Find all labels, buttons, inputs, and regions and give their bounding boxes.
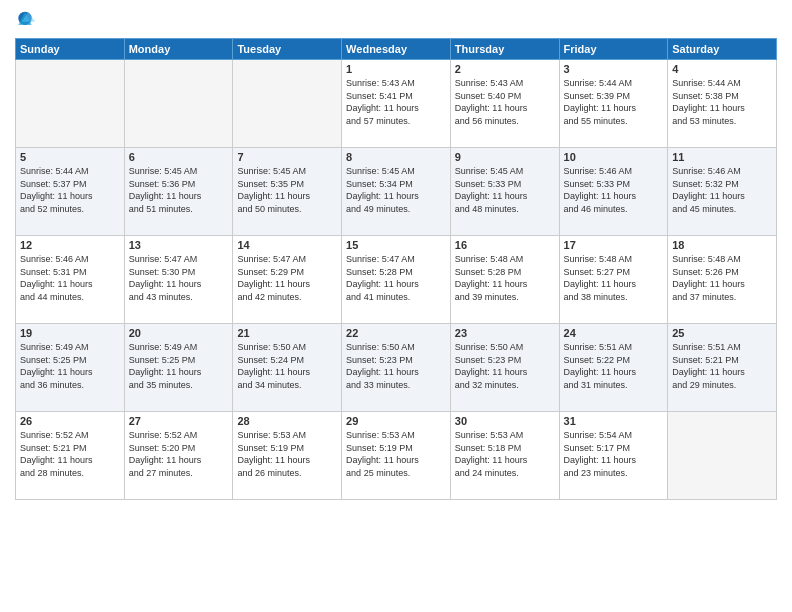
day-info: Sunrise: 5:46 AM Sunset: 5:31 PM Dayligh…: [20, 253, 120, 303]
day-number: 31: [564, 415, 664, 427]
calendar-cell: 16Sunrise: 5:48 AM Sunset: 5:28 PM Dayli…: [450, 236, 559, 324]
calendar-cell: 30Sunrise: 5:53 AM Sunset: 5:18 PM Dayli…: [450, 412, 559, 500]
day-info: Sunrise: 5:53 AM Sunset: 5:19 PM Dayligh…: [237, 429, 337, 479]
day-info: Sunrise: 5:53 AM Sunset: 5:19 PM Dayligh…: [346, 429, 446, 479]
day-number: 18: [672, 239, 772, 251]
calendar-cell: 17Sunrise: 5:48 AM Sunset: 5:27 PM Dayli…: [559, 236, 668, 324]
day-info: Sunrise: 5:45 AM Sunset: 5:33 PM Dayligh…: [455, 165, 555, 215]
calendar-cell: 6Sunrise: 5:45 AM Sunset: 5:36 PM Daylig…: [124, 148, 233, 236]
day-info: Sunrise: 5:50 AM Sunset: 5:23 PM Dayligh…: [346, 341, 446, 391]
calendar-cell: 27Sunrise: 5:52 AM Sunset: 5:20 PM Dayli…: [124, 412, 233, 500]
calendar-cell: 20Sunrise: 5:49 AM Sunset: 5:25 PM Dayli…: [124, 324, 233, 412]
day-number: 3: [564, 63, 664, 75]
day-info: Sunrise: 5:54 AM Sunset: 5:17 PM Dayligh…: [564, 429, 664, 479]
calendar-cell: 28Sunrise: 5:53 AM Sunset: 5:19 PM Dayli…: [233, 412, 342, 500]
calendar-cell: 13Sunrise: 5:47 AM Sunset: 5:30 PM Dayli…: [124, 236, 233, 324]
day-number: 6: [129, 151, 229, 163]
day-info: Sunrise: 5:47 AM Sunset: 5:29 PM Dayligh…: [237, 253, 337, 303]
day-info: Sunrise: 5:43 AM Sunset: 5:41 PM Dayligh…: [346, 77, 446, 127]
calendar-cell: 5Sunrise: 5:44 AM Sunset: 5:37 PM Daylig…: [16, 148, 125, 236]
day-number: 5: [20, 151, 120, 163]
day-info: Sunrise: 5:48 AM Sunset: 5:27 PM Dayligh…: [564, 253, 664, 303]
calendar-week-3: 12Sunrise: 5:46 AM Sunset: 5:31 PM Dayli…: [16, 236, 777, 324]
weekday-header-friday: Friday: [559, 39, 668, 60]
calendar-cell: 31Sunrise: 5:54 AM Sunset: 5:17 PM Dayli…: [559, 412, 668, 500]
calendar-cell: 7Sunrise: 5:45 AM Sunset: 5:35 PM Daylig…: [233, 148, 342, 236]
weekday-header-thursday: Thursday: [450, 39, 559, 60]
day-info: Sunrise: 5:52 AM Sunset: 5:20 PM Dayligh…: [129, 429, 229, 479]
day-info: Sunrise: 5:43 AM Sunset: 5:40 PM Dayligh…: [455, 77, 555, 127]
day-info: Sunrise: 5:48 AM Sunset: 5:26 PM Dayligh…: [672, 253, 772, 303]
day-number: 11: [672, 151, 772, 163]
day-info: Sunrise: 5:45 AM Sunset: 5:36 PM Dayligh…: [129, 165, 229, 215]
day-number: 25: [672, 327, 772, 339]
day-number: 15: [346, 239, 446, 251]
day-info: Sunrise: 5:53 AM Sunset: 5:18 PM Dayligh…: [455, 429, 555, 479]
calendar-week-2: 5Sunrise: 5:44 AM Sunset: 5:37 PM Daylig…: [16, 148, 777, 236]
day-number: 27: [129, 415, 229, 427]
calendar-cell: 19Sunrise: 5:49 AM Sunset: 5:25 PM Dayli…: [16, 324, 125, 412]
calendar-cell: 2Sunrise: 5:43 AM Sunset: 5:40 PM Daylig…: [450, 60, 559, 148]
calendar-cell: 11Sunrise: 5:46 AM Sunset: 5:32 PM Dayli…: [668, 148, 777, 236]
day-number: 13: [129, 239, 229, 251]
header: [15, 10, 777, 30]
day-info: Sunrise: 5:46 AM Sunset: 5:33 PM Dayligh…: [564, 165, 664, 215]
calendar-cell: [233, 60, 342, 148]
day-info: Sunrise: 5:48 AM Sunset: 5:28 PM Dayligh…: [455, 253, 555, 303]
calendar-cell: 18Sunrise: 5:48 AM Sunset: 5:26 PM Dayli…: [668, 236, 777, 324]
day-number: 24: [564, 327, 664, 339]
day-info: Sunrise: 5:51 AM Sunset: 5:21 PM Dayligh…: [672, 341, 772, 391]
day-number: 21: [237, 327, 337, 339]
day-number: 2: [455, 63, 555, 75]
day-number: 4: [672, 63, 772, 75]
day-number: 7: [237, 151, 337, 163]
calendar-cell: [16, 60, 125, 148]
day-number: 29: [346, 415, 446, 427]
day-number: 23: [455, 327, 555, 339]
weekday-header-row: SundayMondayTuesdayWednesdayThursdayFrid…: [16, 39, 777, 60]
calendar-cell: 24Sunrise: 5:51 AM Sunset: 5:22 PM Dayli…: [559, 324, 668, 412]
calendar-cell: 4Sunrise: 5:44 AM Sunset: 5:38 PM Daylig…: [668, 60, 777, 148]
day-info: Sunrise: 5:52 AM Sunset: 5:21 PM Dayligh…: [20, 429, 120, 479]
day-number: 22: [346, 327, 446, 339]
day-number: 14: [237, 239, 337, 251]
calendar-cell: 10Sunrise: 5:46 AM Sunset: 5:33 PM Dayli…: [559, 148, 668, 236]
weekday-header-sunday: Sunday: [16, 39, 125, 60]
calendar-cell: 9Sunrise: 5:45 AM Sunset: 5:33 PM Daylig…: [450, 148, 559, 236]
day-info: Sunrise: 5:44 AM Sunset: 5:37 PM Dayligh…: [20, 165, 120, 215]
day-info: Sunrise: 5:49 AM Sunset: 5:25 PM Dayligh…: [20, 341, 120, 391]
weekday-header-saturday: Saturday: [668, 39, 777, 60]
logo: [15, 10, 39, 30]
day-info: Sunrise: 5:49 AM Sunset: 5:25 PM Dayligh…: [129, 341, 229, 391]
day-info: Sunrise: 5:47 AM Sunset: 5:28 PM Dayligh…: [346, 253, 446, 303]
calendar-cell: 8Sunrise: 5:45 AM Sunset: 5:34 PM Daylig…: [342, 148, 451, 236]
calendar-cell: 29Sunrise: 5:53 AM Sunset: 5:19 PM Dayli…: [342, 412, 451, 500]
day-info: Sunrise: 5:50 AM Sunset: 5:24 PM Dayligh…: [237, 341, 337, 391]
calendar-cell: [124, 60, 233, 148]
weekday-header-tuesday: Tuesday: [233, 39, 342, 60]
weekday-header-wednesday: Wednesday: [342, 39, 451, 60]
day-info: Sunrise: 5:50 AM Sunset: 5:23 PM Dayligh…: [455, 341, 555, 391]
calendar-table: SundayMondayTuesdayWednesdayThursdayFrid…: [15, 38, 777, 500]
day-info: Sunrise: 5:44 AM Sunset: 5:38 PM Dayligh…: [672, 77, 772, 127]
day-number: 17: [564, 239, 664, 251]
calendar-week-4: 19Sunrise: 5:49 AM Sunset: 5:25 PM Dayli…: [16, 324, 777, 412]
calendar-cell: 23Sunrise: 5:50 AM Sunset: 5:23 PM Dayli…: [450, 324, 559, 412]
day-number: 10: [564, 151, 664, 163]
day-number: 12: [20, 239, 120, 251]
logo-icon: [15, 10, 35, 30]
calendar-cell: 15Sunrise: 5:47 AM Sunset: 5:28 PM Dayli…: [342, 236, 451, 324]
day-number: 8: [346, 151, 446, 163]
day-info: Sunrise: 5:44 AM Sunset: 5:39 PM Dayligh…: [564, 77, 664, 127]
calendar-cell: 14Sunrise: 5:47 AM Sunset: 5:29 PM Dayli…: [233, 236, 342, 324]
day-info: Sunrise: 5:46 AM Sunset: 5:32 PM Dayligh…: [672, 165, 772, 215]
day-number: 19: [20, 327, 120, 339]
weekday-header-monday: Monday: [124, 39, 233, 60]
day-number: 26: [20, 415, 120, 427]
day-info: Sunrise: 5:45 AM Sunset: 5:35 PM Dayligh…: [237, 165, 337, 215]
day-info: Sunrise: 5:47 AM Sunset: 5:30 PM Dayligh…: [129, 253, 229, 303]
calendar-cell: 1Sunrise: 5:43 AM Sunset: 5:41 PM Daylig…: [342, 60, 451, 148]
calendar-cell: [668, 412, 777, 500]
calendar-cell: 25Sunrise: 5:51 AM Sunset: 5:21 PM Dayli…: [668, 324, 777, 412]
page: SundayMondayTuesdayWednesdayThursdayFrid…: [0, 0, 792, 612]
